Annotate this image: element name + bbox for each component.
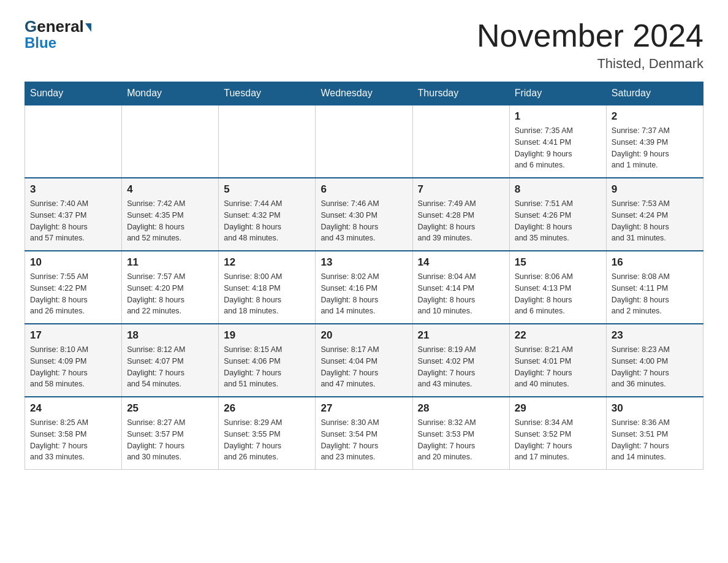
page-header: General Blue November 2024 Thisted, Denm… [25,18,703,72]
day-info: Sunrise: 8:17 AMSunset: 4:04 PMDaylight:… [320,344,407,390]
day-info: Sunrise: 7:49 AMSunset: 4:28 PMDaylight:… [418,198,504,244]
day-info: Sunrise: 7:55 AMSunset: 4:22 PMDaylight:… [30,271,116,317]
day-number: 11 [127,256,213,269]
cell-w2-d3: 6Sunrise: 7:46 AMSunset: 4:30 PMDaylight… [316,178,412,251]
day-info: Sunrise: 8:19 AMSunset: 4:02 PMDaylight:… [418,344,504,390]
cell-w1-d3 [316,105,412,178]
cell-w4-d1: 18Sunrise: 8:12 AMSunset: 4:07 PMDayligh… [122,324,219,397]
day-info: Sunrise: 8:36 AMSunset: 3:51 PMDaylight:… [612,417,698,463]
header-monday: Monday [122,82,219,105]
day-info: Sunrise: 7:57 AMSunset: 4:20 PMDaylight:… [127,271,213,317]
day-info: Sunrise: 8:32 AMSunset: 3:53 PMDaylight:… [418,417,504,463]
cell-w2-d5: 8Sunrise: 7:51 AMSunset: 4:26 PMDaylight… [509,178,606,251]
day-number: 17 [30,329,116,342]
day-info: Sunrise: 7:44 AMSunset: 4:32 PMDaylight:… [224,198,310,244]
header-thursday: Thursday [412,82,509,105]
cell-w4-d0: 17Sunrise: 8:10 AMSunset: 4:09 PMDayligh… [25,324,122,397]
week-row-2: 3Sunrise: 7:40 AMSunset: 4:37 PMDaylight… [25,178,703,251]
day-info: Sunrise: 7:40 AMSunset: 4:37 PMDaylight:… [30,198,116,244]
header-saturday: Saturday [606,82,703,105]
cell-w5-d3: 27Sunrise: 8:30 AMSunset: 3:54 PMDayligh… [316,397,412,470]
day-number: 2 [612,110,698,123]
weekday-header-row: Sunday Monday Tuesday Wednesday Thursday… [25,82,703,105]
day-number: 6 [320,183,407,196]
cell-w1-d4 [412,105,509,178]
day-number: 16 [612,256,698,269]
day-info: Sunrise: 7:37 AMSunset: 4:39 PMDaylight:… [612,125,698,171]
cell-w3-d4: 14Sunrise: 8:04 AMSunset: 4:14 PMDayligh… [412,251,509,324]
day-number: 8 [515,183,601,196]
day-info: Sunrise: 8:10 AMSunset: 4:09 PMDaylight:… [30,344,116,390]
location-subtitle: Thisted, Denmark [477,56,703,72]
week-row-3: 10Sunrise: 7:55 AMSunset: 4:22 PMDayligh… [25,251,703,324]
cell-w5-d6: 30Sunrise: 8:36 AMSunset: 3:51 PMDayligh… [606,397,703,470]
day-number: 27 [320,402,407,415]
day-info: Sunrise: 8:30 AMSunset: 3:54 PMDaylight:… [320,417,407,463]
day-info: Sunrise: 7:53 AMSunset: 4:24 PMDaylight:… [612,198,698,244]
cell-w3-d6: 16Sunrise: 8:08 AMSunset: 4:11 PMDayligh… [606,251,703,324]
day-number: 21 [418,329,504,342]
day-info: Sunrise: 8:23 AMSunset: 4:00 PMDaylight:… [612,344,698,390]
day-info: Sunrise: 8:15 AMSunset: 4:06 PMDaylight:… [224,344,310,390]
calendar-table: Sunday Monday Tuesday Wednesday Thursday… [25,82,703,470]
week-row-1: 1Sunrise: 7:35 AMSunset: 4:41 PMDaylight… [25,105,703,178]
cell-w4-d5: 22Sunrise: 8:21 AMSunset: 4:01 PMDayligh… [509,324,606,397]
cell-w1-d5: 1Sunrise: 7:35 AMSunset: 4:41 PMDaylight… [509,105,606,178]
logo: General Blue [25,18,91,50]
day-number: 29 [515,402,601,415]
cell-w3-d3: 13Sunrise: 8:02 AMSunset: 4:16 PMDayligh… [316,251,412,324]
cell-w1-d2 [219,105,316,178]
day-info: Sunrise: 8:27 AMSunset: 3:57 PMDaylight:… [127,417,213,463]
day-number: 25 [127,402,213,415]
cell-w3-d1: 11Sunrise: 7:57 AMSunset: 4:20 PMDayligh… [122,251,219,324]
day-number: 24 [30,402,116,415]
logo-general-text: General [25,18,91,34]
cell-w5-d1: 25Sunrise: 8:27 AMSunset: 3:57 PMDayligh… [122,397,219,470]
header-tuesday: Tuesday [219,82,316,105]
day-info: Sunrise: 8:04 AMSunset: 4:14 PMDaylight:… [418,271,504,317]
day-info: Sunrise: 7:42 AMSunset: 4:35 PMDaylight:… [127,198,213,244]
day-number: 19 [224,329,310,342]
cell-w4-d4: 21Sunrise: 8:19 AMSunset: 4:02 PMDayligh… [412,324,509,397]
title-area: November 2024 Thisted, Denmark [477,18,703,72]
cell-w3-d5: 15Sunrise: 8:06 AMSunset: 4:13 PMDayligh… [509,251,606,324]
cell-w2-d4: 7Sunrise: 7:49 AMSunset: 4:28 PMDaylight… [412,178,509,251]
logo-blue-text: Blue [25,36,56,50]
day-info: Sunrise: 8:06 AMSunset: 4:13 PMDaylight:… [515,271,601,317]
day-info: Sunrise: 8:00 AMSunset: 4:18 PMDaylight:… [224,271,310,317]
cell-w3-d2: 12Sunrise: 8:00 AMSunset: 4:18 PMDayligh… [219,251,316,324]
day-number: 23 [612,329,698,342]
header-wednesday: Wednesday [316,82,412,105]
cell-w1-d1 [122,105,219,178]
day-info: Sunrise: 7:46 AMSunset: 4:30 PMDaylight:… [320,198,407,244]
day-info: Sunrise: 8:29 AMSunset: 3:55 PMDaylight:… [224,417,310,463]
day-info: Sunrise: 7:51 AMSunset: 4:26 PMDaylight:… [515,198,601,244]
day-number: 18 [127,329,213,342]
day-info: Sunrise: 7:35 AMSunset: 4:41 PMDaylight:… [515,125,601,171]
cell-w5-d4: 28Sunrise: 8:32 AMSunset: 3:53 PMDayligh… [412,397,509,470]
cell-w4-d2: 19Sunrise: 8:15 AMSunset: 4:06 PMDayligh… [219,324,316,397]
cell-w4-d3: 20Sunrise: 8:17 AMSunset: 4:04 PMDayligh… [316,324,412,397]
cell-w4-d6: 23Sunrise: 8:23 AMSunset: 4:00 PMDayligh… [606,324,703,397]
cell-w5-d5: 29Sunrise: 8:34 AMSunset: 3:52 PMDayligh… [509,397,606,470]
day-number: 7 [418,183,504,196]
day-info: Sunrise: 8:12 AMSunset: 4:07 PMDaylight:… [127,344,213,390]
cell-w2-d6: 9Sunrise: 7:53 AMSunset: 4:24 PMDaylight… [606,178,703,251]
day-info: Sunrise: 8:02 AMSunset: 4:16 PMDaylight:… [320,271,407,317]
day-info: Sunrise: 8:08 AMSunset: 4:11 PMDaylight:… [612,271,698,317]
day-number: 10 [30,256,116,269]
week-row-5: 24Sunrise: 8:25 AMSunset: 3:58 PMDayligh… [25,397,703,470]
day-number: 9 [612,183,698,196]
day-number: 12 [224,256,310,269]
cell-w5-d2: 26Sunrise: 8:29 AMSunset: 3:55 PMDayligh… [219,397,316,470]
cell-w1-d0 [25,105,122,178]
day-number: 14 [418,256,504,269]
month-year-title: November 2024 [477,18,703,53]
day-number: 5 [224,183,310,196]
cell-w1-d6: 2Sunrise: 7:37 AMSunset: 4:39 PMDaylight… [606,105,703,178]
day-number: 20 [320,329,407,342]
cell-w2-d2: 5Sunrise: 7:44 AMSunset: 4:32 PMDaylight… [219,178,316,251]
day-info: Sunrise: 8:25 AMSunset: 3:58 PMDaylight:… [30,417,116,463]
cell-w5-d0: 24Sunrise: 8:25 AMSunset: 3:58 PMDayligh… [25,397,122,470]
day-number: 4 [127,183,213,196]
